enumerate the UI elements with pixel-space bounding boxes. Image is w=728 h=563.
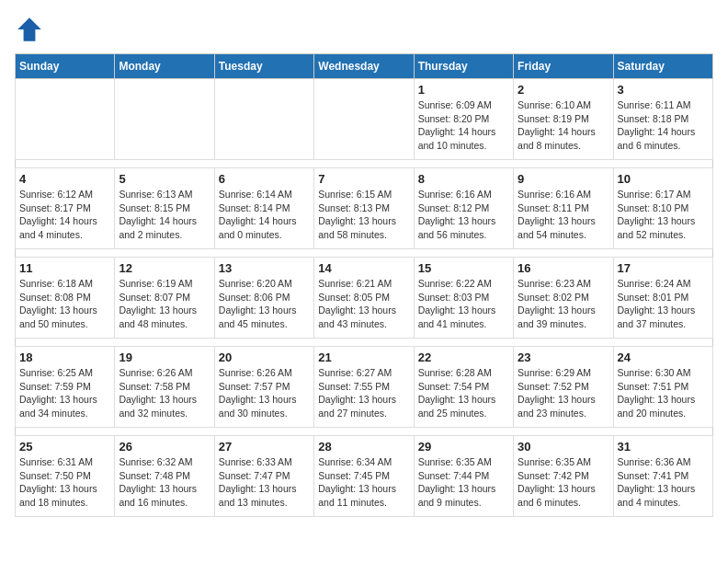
- day-info: Sunrise: 6:21 AM Sunset: 8:05 PM Dayligh…: [318, 277, 409, 331]
- day-info: Sunrise: 6:22 AM Sunset: 8:03 PM Dayligh…: [418, 277, 509, 331]
- day-info: Sunrise: 6:36 AM Sunset: 7:41 PM Dayligh…: [618, 455, 709, 510]
- calendar-table: SundayMondayTuesdayWednesdayThursdayFrid…: [15, 53, 713, 517]
- day-info: Sunrise: 6:35 AM Sunset: 7:42 PM Dayligh…: [518, 455, 609, 510]
- calendar-cell: 8Sunrise: 6:16 AM Sunset: 8:12 PM Daylig…: [414, 168, 513, 249]
- day-info: Sunrise: 6:28 AM Sunset: 7:54 PM Dayligh…: [418, 366, 509, 420]
- svg-marker-0: [17, 17, 41, 41]
- calendar-cell: 17Sunrise: 6:24 AM Sunset: 8:01 PM Dayli…: [613, 258, 712, 339]
- calendar-cell: 30Sunrise: 6:35 AM Sunset: 7:42 PM Dayli…: [514, 436, 613, 517]
- weekday-header-row: SundayMondayTuesdayWednesdayThursdayFrid…: [16, 54, 713, 79]
- calendar-cell: [115, 79, 214, 160]
- page-header: [15, 15, 713, 44]
- day-info: Sunrise: 6:32 AM Sunset: 7:48 PM Dayligh…: [119, 455, 210, 510]
- day-number: 15: [418, 261, 509, 275]
- logo-icon: [15, 15, 44, 44]
- calendar-cell: 19Sunrise: 6:26 AM Sunset: 7:58 PM Dayli…: [115, 347, 214, 428]
- weekday-header-thursday: Thursday: [414, 54, 513, 79]
- week-row-3: 11Sunrise: 6:18 AM Sunset: 8:08 PM Dayli…: [16, 258, 713, 339]
- day-info: Sunrise: 6:24 AM Sunset: 8:01 PM Dayligh…: [618, 277, 709, 331]
- calendar-cell: 23Sunrise: 6:29 AM Sunset: 7:52 PM Dayli…: [514, 347, 613, 428]
- weekday-header-monday: Monday: [115, 54, 214, 79]
- day-info: Sunrise: 6:10 AM Sunset: 8:19 PM Dayligh…: [518, 98, 609, 153]
- calendar-cell: 25Sunrise: 6:31 AM Sunset: 7:50 PM Dayli…: [16, 436, 115, 517]
- calendar-cell: 15Sunrise: 6:22 AM Sunset: 8:03 PM Dayli…: [414, 258, 513, 339]
- day-number: 6: [219, 172, 310, 186]
- calendar-cell: [214, 79, 313, 160]
- calendar-cell: 10Sunrise: 6:17 AM Sunset: 8:10 PM Dayli…: [613, 168, 712, 249]
- calendar-cell: 6Sunrise: 6:14 AM Sunset: 8:14 PM Daylig…: [214, 168, 313, 249]
- day-number: 24: [618, 350, 709, 364]
- calendar-cell: 11Sunrise: 6:18 AM Sunset: 8:08 PM Dayli…: [16, 258, 115, 339]
- day-number: 9: [518, 172, 609, 186]
- calendar-cell: 28Sunrise: 6:34 AM Sunset: 7:45 PM Dayli…: [314, 436, 414, 517]
- week-separator: [16, 160, 713, 168]
- day-info: Sunrise: 6:31 AM Sunset: 7:50 PM Dayligh…: [19, 455, 110, 510]
- day-info: Sunrise: 6:15 AM Sunset: 8:13 PM Dayligh…: [318, 188, 409, 242]
- week-row-2: 4Sunrise: 6:12 AM Sunset: 8:17 PM Daylig…: [16, 168, 713, 249]
- day-number: 25: [19, 440, 110, 454]
- day-info: Sunrise: 6:33 AM Sunset: 7:47 PM Dayligh…: [219, 455, 310, 510]
- logo: [15, 15, 48, 44]
- day-number: 12: [119, 261, 210, 275]
- calendar-cell: 27Sunrise: 6:33 AM Sunset: 7:47 PM Dayli…: [214, 436, 313, 517]
- day-info: Sunrise: 6:12 AM Sunset: 8:17 PM Dayligh…: [19, 188, 110, 242]
- calendar-cell: 31Sunrise: 6:36 AM Sunset: 7:41 PM Dayli…: [613, 436, 712, 517]
- weekday-header-tuesday: Tuesday: [214, 54, 313, 79]
- calendar-cell: 24Sunrise: 6:30 AM Sunset: 7:51 PM Dayli…: [613, 347, 712, 428]
- calendar-cell: 1Sunrise: 6:09 AM Sunset: 8:20 PM Daylig…: [414, 79, 513, 160]
- day-info: Sunrise: 6:18 AM Sunset: 8:08 PM Dayligh…: [19, 277, 110, 331]
- day-info: Sunrise: 6:25 AM Sunset: 7:59 PM Dayligh…: [19, 366, 110, 420]
- day-info: Sunrise: 6:17 AM Sunset: 8:10 PM Dayligh…: [618, 188, 709, 242]
- calendar-cell: 7Sunrise: 6:15 AM Sunset: 8:13 PM Daylig…: [314, 168, 414, 249]
- week-row-5: 25Sunrise: 6:31 AM Sunset: 7:50 PM Dayli…: [16, 436, 713, 517]
- calendar-cell: 26Sunrise: 6:32 AM Sunset: 7:48 PM Dayli…: [115, 436, 214, 517]
- day-number: 18: [19, 350, 110, 364]
- calendar-cell: 3Sunrise: 6:11 AM Sunset: 8:18 PM Daylig…: [613, 79, 712, 160]
- calendar-cell: [314, 79, 414, 160]
- day-number: 19: [119, 350, 210, 364]
- weekday-header-wednesday: Wednesday: [314, 54, 414, 79]
- day-info: Sunrise: 6:16 AM Sunset: 8:12 PM Dayligh…: [418, 188, 509, 242]
- day-number: 30: [518, 440, 609, 454]
- weekday-header-friday: Friday: [514, 54, 613, 79]
- calendar-cell: 22Sunrise: 6:28 AM Sunset: 7:54 PM Dayli…: [414, 347, 513, 428]
- weekday-header-saturday: Saturday: [613, 54, 712, 79]
- day-info: Sunrise: 6:13 AM Sunset: 8:15 PM Dayligh…: [119, 188, 210, 242]
- calendar-cell: 14Sunrise: 6:21 AM Sunset: 8:05 PM Dayli…: [314, 258, 414, 339]
- calendar-cell: 2Sunrise: 6:10 AM Sunset: 8:19 PM Daylig…: [514, 79, 613, 160]
- week-row-4: 18Sunrise: 6:25 AM Sunset: 7:59 PM Dayli…: [16, 347, 713, 428]
- week-separator: [16, 428, 713, 436]
- calendar-cell: 13Sunrise: 6:20 AM Sunset: 8:06 PM Dayli…: [214, 258, 313, 339]
- day-info: Sunrise: 6:14 AM Sunset: 8:14 PM Dayligh…: [219, 188, 310, 242]
- day-number: 31: [618, 440, 709, 454]
- day-info: Sunrise: 6:16 AM Sunset: 8:11 PM Dayligh…: [518, 188, 609, 242]
- day-info: Sunrise: 6:19 AM Sunset: 8:07 PM Dayligh…: [119, 277, 210, 331]
- day-info: Sunrise: 6:29 AM Sunset: 7:52 PM Dayligh…: [518, 366, 609, 420]
- week-row-1: 1Sunrise: 6:09 AM Sunset: 8:20 PM Daylig…: [16, 79, 713, 160]
- day-number: 2: [518, 83, 609, 97]
- day-number: 27: [219, 440, 310, 454]
- day-info: Sunrise: 6:11 AM Sunset: 8:18 PM Dayligh…: [618, 98, 709, 153]
- calendar-cell: 20Sunrise: 6:26 AM Sunset: 7:57 PM Dayli…: [214, 347, 313, 428]
- day-info: Sunrise: 6:30 AM Sunset: 7:51 PM Dayligh…: [618, 366, 709, 420]
- day-number: 13: [219, 261, 310, 275]
- day-info: Sunrise: 6:26 AM Sunset: 7:58 PM Dayligh…: [119, 366, 210, 420]
- day-number: 3: [618, 83, 709, 97]
- calendar-cell: 29Sunrise: 6:35 AM Sunset: 7:44 PM Dayli…: [414, 436, 513, 517]
- day-number: 1: [418, 83, 509, 97]
- day-info: Sunrise: 6:09 AM Sunset: 8:20 PM Dayligh…: [418, 98, 509, 153]
- day-number: 5: [119, 172, 210, 186]
- day-number: 4: [19, 172, 110, 186]
- calendar-cell: 18Sunrise: 6:25 AM Sunset: 7:59 PM Dayli…: [16, 347, 115, 428]
- day-number: 16: [518, 261, 609, 275]
- day-info: Sunrise: 6:34 AM Sunset: 7:45 PM Dayligh…: [318, 455, 409, 510]
- week-separator: [16, 339, 713, 347]
- day-number: 28: [318, 440, 409, 454]
- day-number: 23: [518, 350, 609, 364]
- calendar-cell: 12Sunrise: 6:19 AM Sunset: 8:07 PM Dayli…: [115, 258, 214, 339]
- day-number: 8: [418, 172, 509, 186]
- calendar-cell: 5Sunrise: 6:13 AM Sunset: 8:15 PM Daylig…: [115, 168, 214, 249]
- day-number: 14: [318, 261, 409, 275]
- day-info: Sunrise: 6:20 AM Sunset: 8:06 PM Dayligh…: [219, 277, 310, 331]
- day-number: 22: [418, 350, 509, 364]
